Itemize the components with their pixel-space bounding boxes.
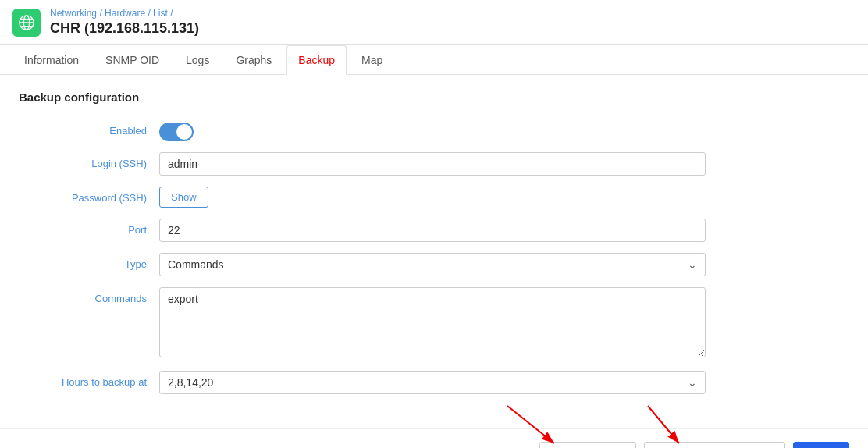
test-connection-button[interactable]: Test connection — [539, 442, 636, 448]
type-control: Commands ⌄ — [159, 253, 706, 276]
test-backup-configuration-button[interactable]: Test backup configuration — [644, 442, 785, 448]
main-content: Backup configuration Enabled Login (SSH)… — [0, 75, 868, 421]
type-label: Type — [19, 253, 159, 270]
hours-select-value: 2,8,14,20 — [168, 376, 213, 389]
breadcrumb-hardware[interactable]: Hardware — [105, 8, 145, 19]
commands-row: Commands export — [19, 287, 849, 360]
login-label: Login (SSH) — [19, 152, 159, 169]
tab-map[interactable]: Map — [350, 45, 394, 75]
hours-select[interactable]: 2,8,14,20 ⌄ — [159, 371, 706, 394]
breadcrumb-list[interactable]: List — [153, 8, 168, 19]
enabled-control — [159, 119, 706, 141]
tab-snmp-oid[interactable]: SNMP OID — [94, 45, 171, 75]
port-control — [159, 219, 706, 242]
hours-label: Hours to backup at — [19, 371, 159, 388]
hours-control: 2,8,14,20 ⌄ — [159, 371, 706, 394]
chevron-down-icon-hours: ⌄ — [688, 376, 697, 389]
action-bar: Test connection Test backup configuratio… — [0, 428, 868, 448]
tab-information[interactable]: Information — [12, 45, 91, 75]
breadcrumb-title-block: Networking / Hardware / List / CHR (192.… — [50, 8, 199, 37]
type-select-value: Commands — [168, 258, 224, 271]
tab-graphs[interactable]: Graphs — [224, 45, 283, 75]
tab-logs[interactable]: Logs — [174, 45, 221, 75]
login-row: Login (SSH) — [19, 152, 849, 176]
hours-row: Hours to backup at 2,8,14,20 ⌄ — [19, 371, 849, 394]
show-password-button[interactable]: Show — [159, 187, 208, 208]
password-control: Show — [159, 187, 706, 208]
section-title: Backup configuration — [19, 91, 849, 104]
port-input[interactable] — [159, 219, 706, 242]
commands-control: export — [159, 287, 706, 360]
app-logo — [12, 9, 41, 37]
enabled-row: Enabled — [19, 119, 849, 141]
toggle-track[interactable] — [159, 123, 194, 141]
globe-icon — [18, 14, 35, 31]
tab-bar: Information SNMP OID Logs Graphs Backup … — [0, 45, 868, 75]
port-label: Port — [19, 219, 159, 236]
commands-label: Commands — [19, 287, 159, 304]
page-title: CHR (192.168.115.131) — [50, 20, 199, 37]
login-input[interactable] — [159, 152, 706, 176]
toggle-thumb — [176, 124, 192, 140]
enabled-label: Enabled — [19, 119, 159, 137]
type-row: Type Commands ⌄ — [19, 253, 849, 276]
password-row: Password (SSH) Show — [19, 187, 849, 208]
breadcrumb: Networking / Hardware / List / — [50, 8, 199, 19]
chevron-down-icon: ⌄ — [688, 258, 697, 271]
password-label: Password (SSH) — [19, 187, 159, 204]
commands-textarea[interactable]: export — [159, 287, 706, 357]
enabled-toggle[interactable] — [159, 123, 194, 141]
page-header: Networking / Hardware / List / CHR (192.… — [0, 0, 868, 45]
type-select[interactable]: Commands ⌄ — [159, 253, 706, 276]
tab-backup[interactable]: Backup — [286, 45, 347, 75]
breadcrumb-networking[interactable]: Networking — [50, 8, 97, 19]
login-control — [159, 152, 706, 176]
save-button[interactable]: Save — [793, 442, 849, 448]
port-row: Port — [19, 219, 849, 242]
